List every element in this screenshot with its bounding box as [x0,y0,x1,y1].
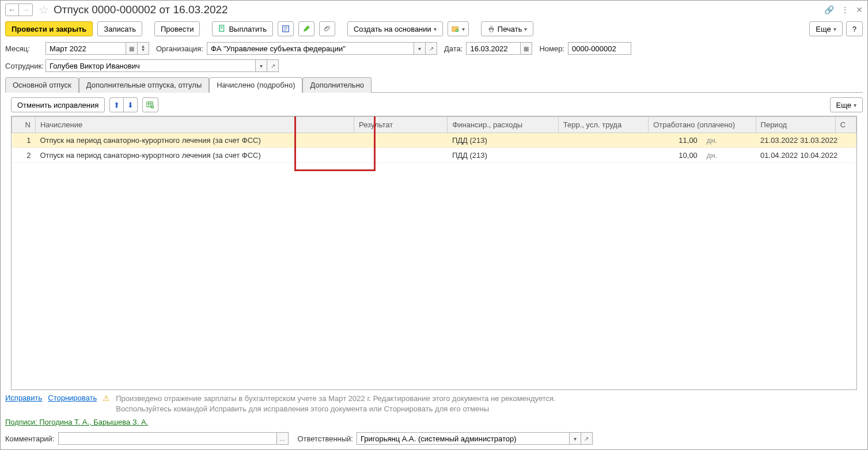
highlighter-icon-button[interactable] [298,21,314,36]
cell-last [835,133,856,148]
close-icon[interactable]: ✕ [856,5,863,14]
svg-rect-6 [490,29,492,32]
arrow-down-icon: ⬇ [127,101,134,109]
move-down-button[interactable]: ⬇ [124,97,138,112]
tab-accrued-detailed[interactable]: Начислено (подробно) [209,77,302,93]
print-button[interactable]: Печать [481,21,534,36]
warning-icon: ⚠ [103,394,110,403]
accruals-table[interactable]: N Начисление Результат Финансир., расход… [12,116,856,163]
cell-result [354,148,448,163]
responsible-open-icon[interactable]: ↗ [581,432,593,445]
warning-line-2: Воспользуйтесь командой Исправить для ис… [116,404,555,414]
cell-unit: дн. [702,148,756,163]
printer-icon [487,25,495,33]
signatures-link[interactable]: Подписи: Погодина Т. А., Барышева З. А. [5,418,148,426]
table-row[interactable]: 2Отпуск на период санаторно-курортного л… [12,148,856,163]
tab-extra-vacation[interactable]: Дополнительные отпуска, отгулы [79,77,210,93]
cell-period-to: 31.03.2022 [795,133,835,148]
month-input[interactable] [46,42,126,55]
create-based-on-button[interactable]: Создать на основании [347,21,443,36]
org-input[interactable] [207,42,414,55]
back-button[interactable]: ← [5,3,19,16]
toolbar-more-button[interactable]: Еще [809,21,842,36]
cell-period-from: 21.03.2022 [756,133,795,148]
cell-worked: 11,00 [649,133,702,148]
post-button[interactable]: Провести [154,21,200,36]
org-dropdown-icon[interactable]: ▾ [414,42,426,55]
cell-result [354,133,448,148]
move-up-button[interactable]: ⬆ [109,97,124,112]
date-calendar-icon[interactable]: ▦ [521,42,532,55]
calendar-icon[interactable]: ▦ [126,42,138,55]
kebab-menu-icon[interactable]: ⋮ [841,5,849,14]
col-header-terr[interactable]: Терр., усл. труда [558,117,648,133]
cell-accrual: Отпуск на период санаторно-курортного ле… [35,133,354,148]
arrow-up-icon: ⬆ [113,101,120,109]
tab-main-vacation[interactable]: Основной отпуск [5,77,79,93]
report-icon [282,25,290,33]
cell-finance: ПДД (213) [448,133,558,148]
table-row[interactable]: 1Отпуск на период санаторно-курортного л… [12,133,856,148]
date-input[interactable] [466,42,521,55]
cell-last [835,148,856,163]
paperclip-icon [323,25,331,33]
date-label: Дата: [444,44,463,53]
cell-terr [558,133,648,148]
cell-n: 2 [12,148,36,163]
responsible-input[interactable] [357,432,570,445]
col-header-c[interactable]: С [835,117,856,133]
comment-input[interactable] [58,432,277,445]
link-icon[interactable]: 🔗 [824,5,834,14]
folder-plus-icon [452,25,460,33]
cell-period-from: 01.04.2022 [756,148,795,163]
save-button[interactable]: Записать [97,21,142,36]
tab-additional[interactable]: Дополнительно [302,77,372,93]
month-spinner[interactable]: ▲▼ [138,42,149,55]
cell-finance: ПДД (213) [448,148,558,163]
post-and-close-button[interactable]: Провести и закрыть [5,21,93,36]
highlighter-icon [302,25,310,33]
col-header-worked[interactable]: Отработано (оплачено) [649,117,756,133]
reverse-link[interactable]: Сторнировать [48,394,97,402]
attachment-icon-button[interactable] [319,21,335,36]
col-header-finance[interactable]: Финансир., расходы [448,117,558,133]
forward-button[interactable]: → [19,3,33,16]
org-open-icon[interactable]: ↗ [426,42,437,55]
report-icon-button[interactable] [278,21,294,36]
col-header-result[interactable]: Результат [354,117,448,133]
window-title: Отпуск 0000-000002 от 16.03.2022 [54,3,228,16]
actions-dropdown-button[interactable] [448,21,469,36]
number-label: Номер: [539,44,564,53]
cell-accrual: Отпуск на период санаторно-курортного ле… [35,148,354,163]
cell-n: 1 [12,133,36,148]
employee-label: Сотрудник: [5,62,42,70]
responsible-label: Ответственный: [298,434,353,443]
month-label: Месяц: [5,44,42,53]
svg-rect-5 [490,26,492,28]
table-icon [146,101,154,109]
cell-period-to: 10.04.2022 [795,148,835,163]
number-input[interactable] [568,42,631,55]
employee-dropdown-icon[interactable]: ▾ [256,59,267,72]
org-label: Организация: [156,44,203,53]
favorite-star-icon[interactable]: ☆ [39,3,49,17]
cell-terr [558,148,648,163]
comment-ellipsis-icon[interactable]: … [277,432,289,445]
fix-link[interactable]: Исправить [5,394,42,402]
col-header-period[interactable]: Период [756,117,835,133]
subtoolbar-more-button[interactable]: Еще [830,97,863,112]
col-header-n[interactable]: N [12,117,36,133]
pay-button[interactable]: Выплатить [212,21,273,36]
undo-corrections-button[interactable]: Отменить исправления [11,97,105,112]
help-button[interactable]: ? [846,21,863,36]
employee-input[interactable] [46,59,256,72]
document-icon [218,25,226,33]
warning-line-1: Произведено отражение зарплаты в бухгалт… [116,394,555,404]
employee-open-icon[interactable]: ↗ [267,59,279,72]
comment-label: Комментарий: [5,434,55,443]
col-header-accrual[interactable]: Начисление [35,117,354,133]
table-settings-button[interactable] [142,97,158,112]
cell-worked: 10,00 [649,148,702,163]
cell-unit: дн. [702,133,756,148]
responsible-dropdown-icon[interactable]: ▾ [570,432,581,445]
